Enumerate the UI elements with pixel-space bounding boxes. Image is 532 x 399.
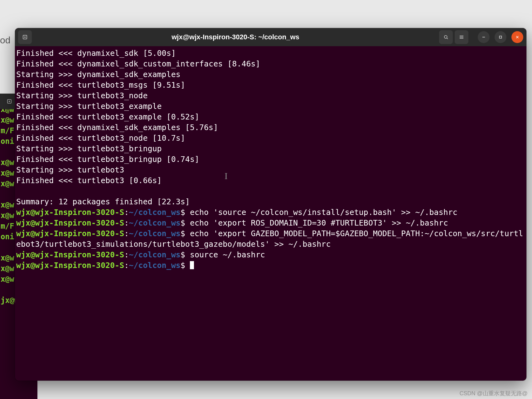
prompt-dollar: $ xyxy=(181,229,185,238)
terminal-cursor xyxy=(190,261,194,269)
csdn-watermark: CSDN @山重水复疑无路@ xyxy=(459,390,528,397)
terminal-line: Finished <<< dynamixel_sdk_examples [5.7… xyxy=(16,123,218,132)
terminal-line: Finished <<< turtlebot3_bringup [0.74s] xyxy=(16,155,199,164)
prompt-user-host: wjx@wjx-Inspiron-3020-S xyxy=(16,250,124,259)
prompt-sep: : xyxy=(124,250,129,259)
new-tab-button[interactable] xyxy=(18,30,32,44)
terminal-line: Finished <<< turtlebot3_msgs [9.51s] xyxy=(16,80,185,90)
prompt-cwd: ~/colcon_ws xyxy=(129,218,181,227)
terminal-line: Finished <<< dynamixel_sdk_custom_interf… xyxy=(16,59,260,68)
maximize-icon xyxy=(498,35,503,39)
bg-fragment: m/F xyxy=(1,126,14,135)
new-tab-icon xyxy=(7,99,12,104)
prompt-sep: : xyxy=(124,229,129,238)
bg-fragment: x@w xyxy=(1,254,14,262)
prompt-cwd: ~/colcon_ws xyxy=(129,229,181,238)
search-button[interactable] xyxy=(439,30,453,44)
window-title: wjx@wjx-Inspiron-3020-S: ~/colcon_ws xyxy=(34,33,437,41)
bg-fragment: x@w xyxy=(1,116,14,124)
terminal-line: Starting >>> dynamixel_sdk_examples xyxy=(16,70,181,79)
prompt-cwd: ~/colcon_ws xyxy=(129,261,181,270)
prompt-user-host: wjx@wjx-Inspiron-3020-S xyxy=(16,229,124,238)
bg-fragment: oni xyxy=(1,137,14,146)
bg-fragment: m/F xyxy=(1,222,14,231)
text-cursor-ibeam: I xyxy=(225,171,228,181)
bg-fragment: x@w xyxy=(1,179,14,188)
terminal-window: wjx@wjx-Inspiron-3020-S: ~/colcon_ws Fin… xyxy=(15,28,526,381)
background-text-fragment: od xyxy=(0,35,10,46)
bg-fragment: oni xyxy=(1,232,14,241)
maximize-button[interactable] xyxy=(495,31,506,43)
new-tab-icon xyxy=(22,34,28,40)
close-icon xyxy=(515,35,520,39)
terminal-line: Finished <<< turtlebot3_example [0.52s] xyxy=(16,112,199,121)
command-text: echo 'source ~/colcon_ws/install/setup.b… xyxy=(185,208,457,217)
prompt-dollar: $ xyxy=(181,250,185,259)
prompt-dollar: $ xyxy=(181,218,185,227)
terminal-line: Starting >>> turtlebot3 xyxy=(16,165,124,174)
command-text: echo 'export ROS_DOMAIN_ID=30 #TURTLEBOT… xyxy=(185,218,448,227)
svg-point-2 xyxy=(444,36,447,38)
command-text xyxy=(185,261,190,270)
bg-fragment: x@w xyxy=(1,158,14,167)
prompt-cwd: ~/colcon_ws xyxy=(129,208,181,217)
bg-fragment: x@w xyxy=(1,201,14,209)
minimize-button[interactable] xyxy=(478,31,490,43)
terminal-line: Finished <<< dynamixel_sdk [5.00s] xyxy=(16,49,176,58)
prompt-cwd: ~/colcon_ws xyxy=(129,250,181,259)
search-icon xyxy=(443,34,449,40)
terminal-line: Starting >>> turtlebot3_bringup xyxy=(16,144,162,153)
prompt-dollar: $ xyxy=(181,208,185,217)
bg-fragment: x@w xyxy=(1,211,14,220)
terminal-line: Starting >>> turtlebot3_node xyxy=(16,91,148,100)
prompt-sep: : xyxy=(124,208,129,217)
terminal-line: Summary: 12 packages finished [22.3s] xyxy=(16,197,190,206)
terminal-line: Finished <<< turtlebot3_node [10.7s] xyxy=(16,134,185,143)
terminal-body[interactable]: Finished <<< dynamixel_sdk [5.00s] Finis… xyxy=(15,46,526,381)
menu-button[interactable] xyxy=(455,30,468,44)
bg-fragment: x@w xyxy=(1,275,14,284)
minimize-icon xyxy=(481,35,486,39)
command-text: source ~/.bashrc xyxy=(185,250,265,259)
prompt-sep: : xyxy=(124,261,129,270)
close-button[interactable] xyxy=(511,31,523,43)
prompt-user-host: wjx@wjx-Inspiron-3020-S xyxy=(16,208,124,217)
window-titlebar: wjx@wjx-Inspiron-3020-S: ~/colcon_ws xyxy=(15,28,526,46)
prompt-sep: : xyxy=(124,218,129,227)
terminal-line: Finished <<< turtlebot3 [0.66s] xyxy=(16,176,162,185)
prompt-dollar: $ xyxy=(181,261,185,270)
hamburger-icon xyxy=(459,34,464,40)
prompt-user-host: wjx@wjx-Inspiron-3020-S xyxy=(16,218,124,227)
bg-fragment: x@w xyxy=(1,264,14,273)
terminal-line: Starting >>> turtlebot3_example xyxy=(16,102,162,111)
svg-rect-3 xyxy=(500,36,502,38)
prompt-user-host: wjx@wjx-Inspiron-3020-S xyxy=(16,261,124,270)
bg-fragment: x@w xyxy=(1,169,14,178)
